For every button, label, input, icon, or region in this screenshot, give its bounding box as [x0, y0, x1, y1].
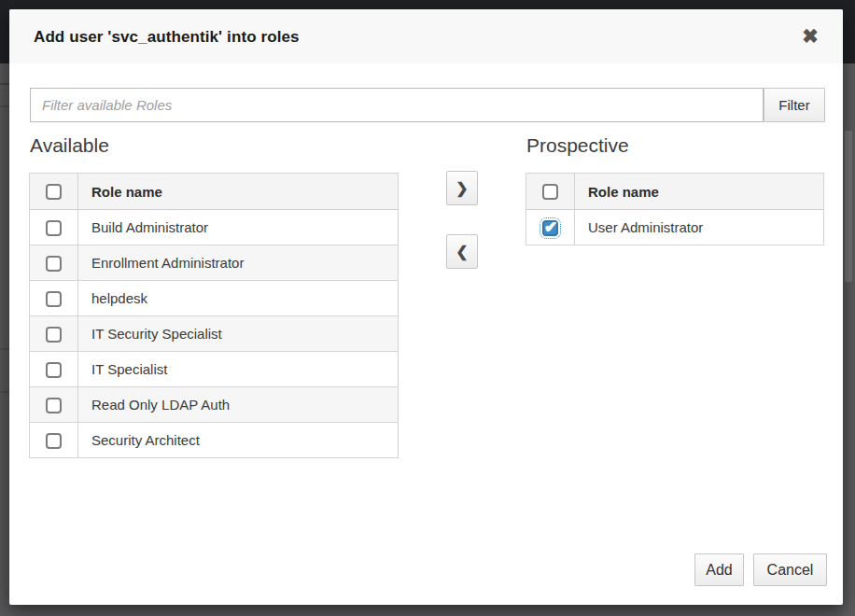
select-all-checkbox[interactable]	[542, 184, 558, 200]
checkbox[interactable]	[46, 433, 62, 449]
table-header-row: Role name	[526, 174, 824, 210]
select-all-checkbox[interactable]	[46, 184, 62, 200]
cancel-button[interactable]: Cancel	[753, 553, 827, 586]
move-left-icon[interactable]: ❮	[446, 234, 478, 269]
prospective-heading: Prospective	[526, 134, 629, 157]
role-name: User Administrator	[588, 219, 703, 235]
move-right-icon[interactable]: ❯	[446, 171, 478, 205]
table-header-row: Role name	[30, 174, 399, 210]
check-icon: ✔	[544, 217, 557, 237]
role-name: Build Administrator	[91, 219, 208, 235]
checkbox[interactable]	[46, 256, 62, 272]
close-icon[interactable]: ✖	[798, 24, 822, 49]
role-name: Read Only LDAP Auth	[91, 397, 230, 413]
checkbox[interactable]	[46, 291, 62, 307]
column-header: Role name	[575, 174, 824, 210]
table-row[interactable]: Enrollment Administrator	[30, 245, 399, 281]
table-row[interactable]: Read Only LDAP Auth	[30, 387, 399, 423]
table-row[interactable]: ✔User Administrator	[526, 210, 824, 245]
role-name: IT Specialist	[91, 361, 167, 377]
prospective-roles-table: Role name ✔User Administrator	[526, 173, 824, 245]
page-scrollbar-thumb	[845, 131, 852, 282]
table-row[interactable]: Build Administrator	[30, 210, 399, 245]
dialog-title: Add user 'svc_authentik' into roles	[34, 28, 300, 47]
dialog-header: Add user 'svc_authentik' into roles ✖	[9, 9, 843, 63]
role-name: Security Architect	[91, 432, 200, 448]
available-roles-table: Role name Build AdministratorEnrollment …	[29, 173, 399, 458]
add-roles-dialog: Add user 'svc_authentik' into roles ✖ Fi…	[9, 9, 843, 605]
column-header: Role name	[78, 174, 399, 210]
checkbox[interactable]	[46, 362, 62, 378]
table-row[interactable]: IT Security Specialist	[30, 316, 399, 352]
add-button[interactable]: Add	[694, 553, 744, 586]
role-name: Enrollment Administrator	[91, 255, 244, 271]
table-row[interactable]: IT Specialist	[30, 352, 399, 387]
page-scrollbar-track	[843, 63, 855, 616]
role-name: helpdesk	[91, 290, 147, 306]
table-row[interactable]: helpdesk	[30, 281, 399, 316]
table-row[interactable]: Security Architect	[30, 423, 399, 458]
filter-button[interactable]: Filter	[764, 88, 825, 122]
filter-input[interactable]	[30, 88, 764, 122]
checkbox[interactable]	[46, 327, 62, 343]
checkbox-checked[interactable]: ✔	[542, 220, 558, 236]
checkbox[interactable]	[46, 220, 62, 236]
available-heading: Available	[30, 134, 109, 157]
checkbox[interactable]	[46, 398, 62, 413]
role-name: IT Security Specialist	[91, 326, 222, 342]
